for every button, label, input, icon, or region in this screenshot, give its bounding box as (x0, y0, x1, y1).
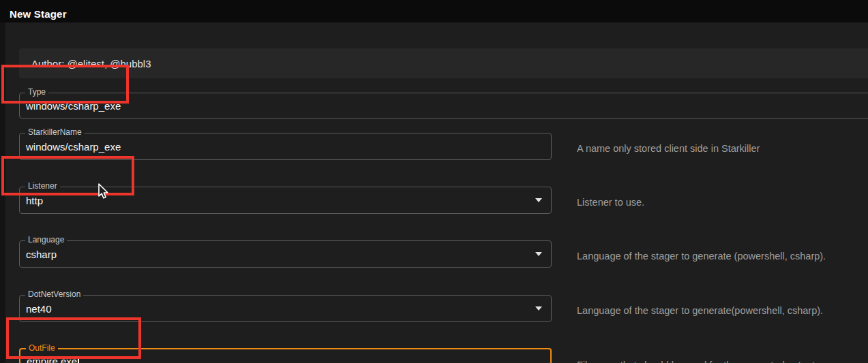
chevron-down-icon (535, 306, 542, 311)
chevron-down-icon (535, 198, 542, 202)
mouse-cursor (98, 183, 109, 201)
dotnetversion-help-text: Language of the stager to generate(power… (577, 304, 823, 317)
starkillername-field-label: StarkillerName (25, 127, 85, 138)
language-selected-value[interactable]: csharp (20, 249, 57, 260)
page-title: New Stager (0, 3, 67, 20)
listener-selected-value[interactable]: http (20, 195, 43, 206)
form-panel: Author: @elitest, @hubbl3 Type windows/c… (5, 22, 868, 363)
dotnetversion-select-label: DotNetVersion (25, 289, 83, 300)
dotnetversion-selected-value[interactable]: net40 (20, 303, 52, 315)
starkillername-input[interactable]: windows/csharp_exe (20, 141, 121, 153)
annotation-rectangle-outfile (6, 317, 141, 359)
annotation-rectangle-type (1, 65, 129, 104)
author-card: Author: @elitest, @hubbl3 (19, 48, 868, 78)
chevron-down-icon (535, 252, 542, 256)
annotation-rectangle-listener (1, 156, 134, 195)
language-select-label: Language (25, 235, 67, 245)
outfile-help-text: Filename that should be used for the gen… (577, 358, 818, 363)
language-select[interactable]: Language csharp (19, 240, 552, 268)
starkillername-help-text: A name only stored client side in Starki… (577, 142, 760, 155)
type-field[interactable]: Type windows/csharp_exe (19, 93, 868, 119)
page-header: New Stager (0, 0, 868, 22)
language-help-text: Language of the stager to generate (powe… (577, 249, 826, 263)
listener-help-text: Listener to use. (577, 195, 644, 209)
new-stager-page: New Stager Author: @elitest, @hubbl3 Typ… (0, 0, 868, 363)
